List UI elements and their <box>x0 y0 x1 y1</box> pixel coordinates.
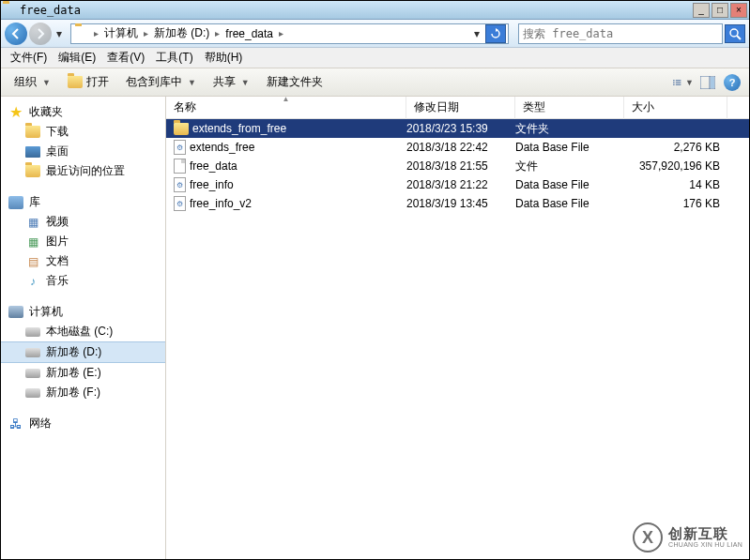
cell-size: 2,276 KB <box>624 141 727 154</box>
nav-drive-d[interactable]: 新加卷 (D:) <box>1 341 165 363</box>
nav-pictures[interactable]: ▦图片 <box>1 232 165 251</box>
nav-network-group: 🖧 网络 <box>1 414 165 433</box>
address-folder-icon <box>75 26 90 41</box>
network-icon: 🖧 <box>8 416 23 431</box>
nav-computer-header[interactable]: 计算机 <box>1 302 165 322</box>
cell-date: 2018/3/23 15:39 <box>406 122 515 135</box>
tool-share[interactable]: 共享▼ <box>206 71 257 93</box>
nav-music[interactable]: ♪音乐 <box>1 271 165 291</box>
menu-edit[interactable]: 编辑(E) <box>53 48 101 68</box>
cell-size: 357,920,196 KB <box>624 159 727 173</box>
desktop-icon <box>25 146 40 158</box>
nav-favorites-header[interactable]: ★ 收藏夹 <box>1 102 165 122</box>
back-button[interactable] <box>5 23 27 45</box>
tool-open[interactable]: 打开 <box>60 71 116 93</box>
nav-history-dropdown[interactable]: ▾ <box>54 23 65 45</box>
address-dropdown[interactable]: ▾ <box>470 27 483 40</box>
cell-type: Data Base File <box>515 178 624 191</box>
minimize-button[interactable]: _ <box>693 3 710 18</box>
svg-rect-5 <box>676 82 681 83</box>
col-type[interactable]: 类型 <box>515 97 624 119</box>
search-box[interactable] <box>518 23 723 44</box>
table-row[interactable]: extends_free2018/3/18 22:42Data Base Fil… <box>166 138 749 157</box>
nav-downloads[interactable]: 下载 <box>1 122 165 142</box>
svg-line-1 <box>737 36 741 39</box>
menu-view[interactable]: 查看(V) <box>101 48 150 68</box>
refresh-button[interactable] <box>485 24 506 43</box>
cell-name: extends_from_free <box>166 122 406 135</box>
computer-icon <box>8 306 23 318</box>
search-input[interactable] <box>519 27 722 40</box>
col-name[interactable]: 名称 <box>166 97 406 119</box>
table-row[interactable]: extends_from_free2018/3/23 15:39文件夹 <box>166 119 749 138</box>
preview-pane-button[interactable] <box>696 72 719 93</box>
nav-drive-f[interactable]: 新加卷 (F:) <box>1 383 165 402</box>
breadcrumb-sep-icon: ▸ <box>277 28 285 38</box>
nav-recent[interactable]: 最近访问的位置 <box>1 161 165 181</box>
svg-rect-7 <box>676 83 681 84</box>
nav-computer-group: 计算机 本地磁盘 (C:) 新加卷 (D:) 新加卷 (E:) 新加卷 (F:) <box>1 302 165 402</box>
col-date[interactable]: 修改日期 <box>406 97 515 119</box>
table-row[interactable]: free_info2018/3/18 21:22Data Base File14… <box>166 175 749 194</box>
svg-rect-6 <box>673 83 675 84</box>
nav-drive-e[interactable]: 新加卷 (E:) <box>1 363 165 383</box>
nav-drive-c[interactable]: 本地磁盘 (C:) <box>1 322 165 341</box>
tool-library[interactable]: 包含到库中▼ <box>118 71 204 93</box>
back-arrow-icon <box>10 28 22 39</box>
view-options-button[interactable]: ▼ <box>672 72 695 93</box>
cell-type: 文件夹 <box>515 121 624 137</box>
menu-file[interactable]: 文件(F) <box>5 48 53 68</box>
view-icon <box>673 77 682 88</box>
navigation-pane: ★ 收藏夹 下载 桌面 最近访问的位置 库 ▦视频 ▦图片 ▤文档 ♪音乐 <box>1 97 166 559</box>
cell-size: 14 KB <box>624 178 727 191</box>
window-folder-icon <box>3 4 16 17</box>
breadcrumb-sep-icon: ▸ <box>92 28 100 38</box>
database-file-icon <box>174 177 186 192</box>
table-row[interactable]: free_info_v22018/3/19 13:45Data Base Fil… <box>166 194 749 213</box>
disk-icon <box>25 366 40 381</box>
tool-organize[interactable]: 组织▼ <box>7 71 58 93</box>
titlebar: free_data _ □ × <box>1 1 749 20</box>
breadcrumb-folder[interactable]: free_data <box>222 27 277 40</box>
nav-libraries-header[interactable]: 库 <box>1 192 165 212</box>
col-size[interactable]: 大小 <box>624 97 727 119</box>
tool-newfolder[interactable]: 新建文件夹 <box>259 71 330 93</box>
nav-documents[interactable]: ▤文档 <box>1 251 165 271</box>
nav-network-header[interactable]: 🖧 网络 <box>1 414 165 433</box>
content-area: ★ 收藏夹 下载 桌面 最近访问的位置 库 ▦视频 ▦图片 ▤文档 ♪音乐 <box>1 97 749 559</box>
file-icon <box>174 159 186 174</box>
search-button[interactable] <box>725 24 745 43</box>
forward-button[interactable] <box>29 23 52 45</box>
cell-name: free_info <box>166 177 406 192</box>
breadcrumb-sep-icon: ▸ <box>142 28 150 38</box>
picture-icon: ▦ <box>25 235 40 250</box>
address-bar[interactable]: ▸ 计算机 ▸ 新加卷 (D:) ▸ free_data ▸ ▾ <box>70 23 509 44</box>
libraries-icon <box>8 195 23 210</box>
nav-libraries-label: 库 <box>29 194 40 210</box>
window-title: free_data <box>20 4 691 17</box>
breadcrumb-computer[interactable]: 计算机 <box>100 25 142 41</box>
cell-date: 2018/3/18 21:22 <box>406 178 515 191</box>
table-row[interactable]: free_data2018/3/18 21:55文件357,920,196 KB <box>166 157 749 175</box>
close-button[interactable]: × <box>730 3 747 18</box>
breadcrumb-sep-icon: ▸ <box>213 28 222 38</box>
open-folder-icon <box>68 75 83 90</box>
menu-help[interactable]: 帮助(H) <box>199 48 249 68</box>
database-file-icon <box>174 140 186 155</box>
navbar: ▾ ▸ 计算机 ▸ 新加卷 (D:) ▸ free_data ▸ ▾ <box>1 20 749 48</box>
nav-videos[interactable]: ▦视频 <box>1 212 165 232</box>
nav-libraries-group: 库 ▦视频 ▦图片 ▤文档 ♪音乐 <box>1 192 165 291</box>
menu-tools[interactable]: 工具(T) <box>150 48 198 68</box>
help-button[interactable]: ? <box>721 72 743 93</box>
disk-icon <box>25 386 40 401</box>
nav-desktop[interactable]: 桌面 <box>1 142 165 161</box>
svg-rect-3 <box>676 80 681 81</box>
forward-arrow-icon <box>35 28 46 39</box>
cell-date: 2018/3/18 22:42 <box>406 141 515 154</box>
help-icon: ? <box>724 74 741 91</box>
cell-date: 2018/3/18 21:55 <box>406 159 515 173</box>
video-icon: ▦ <box>25 215 40 230</box>
toolbar: 组织▼ 打开 包含到库中▼ 共享▼ 新建文件夹 ▼ ? <box>1 68 749 97</box>
maximize-button[interactable]: □ <box>712 3 728 18</box>
breadcrumb-drive[interactable]: 新加卷 (D:) <box>150 25 213 41</box>
